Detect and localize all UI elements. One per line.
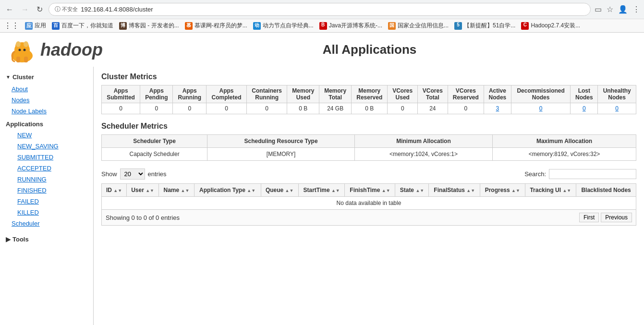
bookmark-apps[interactable]: 应 应用 bbox=[25, 22, 46, 30]
url-text: 192.168.41.4:8088/cluster bbox=[81, 6, 153, 13]
bookmarks-bar: ⋮⋮ 应 应用 百 百度一下，你就知道 博 博客园 - 开发者的... 慕 慕课… bbox=[0, 19, 644, 32]
bookmark-guojia-icon: 国 bbox=[388, 22, 396, 30]
sidebar-item-running[interactable]: RUNNING bbox=[0, 174, 93, 185]
sidebar-killed-link[interactable]: KILLED bbox=[0, 208, 93, 217]
previous-button[interactable]: Previous bbox=[601, 213, 632, 222]
bookmark-baidu-icon: 百 bbox=[52, 22, 60, 30]
col-queue[interactable]: Queue ▲▼ bbox=[261, 184, 298, 197]
sidebar-item-new[interactable]: NEW bbox=[0, 130, 93, 141]
entries-label: entries bbox=[148, 170, 167, 178]
start-sort-icon: ▲▼ bbox=[331, 188, 340, 193]
val-lost-nodes[interactable]: 0 bbox=[571, 103, 598, 114]
sidebar-item-accepted[interactable]: ACCEPTED bbox=[0, 163, 93, 174]
back-button[interactable]: ← bbox=[4, 4, 15, 15]
sidebar-item-scheduler[interactable]: Scheduler bbox=[0, 218, 93, 229]
sidebar-about-link[interactable]: About bbox=[0, 84, 93, 94]
sidebar-item-nodes[interactable]: Nodes bbox=[0, 95, 93, 106]
applications-table: ID ▲▼ User ▲▼ Name ▲▼ Application Type ▲… bbox=[101, 183, 636, 210]
sched-val-resource-type: [MEMORY] bbox=[207, 148, 355, 161]
lost-nodes-link[interactable]: 0 bbox=[583, 105, 586, 112]
sidebar-applications-section: Applications bbox=[0, 119, 93, 130]
browser-toolbar: ← → ↻ ⓘ 不安全 192.168.41.4:8088/cluster ▭ … bbox=[0, 0, 644, 19]
sidebar-new-link[interactable]: NEW bbox=[0, 131, 93, 140]
col-apps-running: AppsRunning bbox=[173, 85, 207, 103]
bookmark-baidu[interactable]: 百 百度一下，你就知道 bbox=[52, 22, 113, 30]
bookmark-51-icon: 5 bbox=[454, 22, 462, 30]
col-tracking-ui[interactable]: Tracking UI ▲▼ bbox=[525, 184, 576, 197]
sidebar-running-link[interactable]: RUNNING bbox=[0, 175, 93, 184]
bookmark-hadoop-label: Hadoop2.7.4安装... bbox=[531, 22, 580, 30]
svg-rect-9 bbox=[24, 57, 28, 62]
entries-select[interactable]: 20 10 50 100 bbox=[120, 169, 145, 180]
sidebar-failed-link[interactable]: FAILED bbox=[0, 197, 93, 206]
val-unhealthy-nodes[interactable]: 0 bbox=[598, 103, 636, 114]
sched-col-resource-type: Scheduling Resource Type bbox=[207, 135, 355, 148]
col-id[interactable]: ID ▲▼ bbox=[102, 184, 127, 197]
address-bar[interactable]: ⓘ 不安全 192.168.41.4:8088/cluster bbox=[49, 3, 591, 16]
menu-icon[interactable]: ⋮ bbox=[632, 5, 640, 14]
decommissioned-nodes-link[interactable]: 0 bbox=[539, 105, 543, 112]
sidebar-cluster[interactable]: ▼ Cluster bbox=[0, 71, 93, 84]
val-active-nodes[interactable]: 3 bbox=[484, 103, 511, 114]
col-state[interactable]: State ▲▼ bbox=[395, 184, 429, 197]
forward-button[interactable]: → bbox=[19, 4, 31, 15]
col-lost-nodes: LostNodes bbox=[571, 85, 598, 103]
user-sort-icon: ▲▼ bbox=[146, 188, 154, 193]
sidebar-item-finished[interactable]: FINISHED bbox=[0, 185, 93, 196]
reload-button[interactable]: ↻ bbox=[35, 4, 45, 15]
bookmark-hadoop-icon: C bbox=[521, 22, 529, 30]
user-icon[interactable]: 👤 bbox=[618, 5, 628, 14]
sidebar-new-saving-link[interactable]: NEW_SAVING bbox=[0, 142, 93, 151]
cluster-arrow-icon: ▼ bbox=[6, 74, 11, 80]
col-finish-time[interactable]: FinishTime ▲▼ bbox=[345, 184, 395, 197]
sidebar-nodes-link[interactable]: Nodes bbox=[0, 96, 93, 105]
show-entries: Show 20 10 50 100 entries bbox=[101, 169, 167, 180]
hadoop-logo-text: hadoop bbox=[40, 40, 103, 60]
search-area: Search: bbox=[524, 169, 636, 179]
sidebar-item-about[interactable]: About bbox=[0, 84, 93, 95]
bookmark-51[interactable]: 5 【新提醒】51自学... bbox=[454, 22, 515, 30]
unhealthy-nodes-link[interactable]: 0 bbox=[615, 105, 619, 112]
sidebar-app-subnav: NEW NEW_SAVING SUBMITTED ACCEPTED RUNNIN… bbox=[0, 130, 93, 218]
finish-sort-icon: ▲▼ bbox=[382, 188, 390, 193]
bookmark-guojia[interactable]: 国 国家企业信用信息... bbox=[388, 22, 449, 30]
page-title-area: All Applications bbox=[103, 42, 636, 57]
col-final-status[interactable]: FinalStatus ▲▼ bbox=[429, 184, 480, 197]
sidebar-item-new-saving[interactable]: NEW_SAVING bbox=[0, 141, 93, 152]
bookmark-mooc[interactable]: 慕 慕课网-程序员的梦... bbox=[185, 22, 247, 30]
bookmark-cnblogs[interactable]: 博 博客园 - 开发者的... bbox=[119, 22, 179, 30]
svg-point-7 bbox=[24, 49, 26, 51]
bookmark-dongli[interactable]: 动 动力节点自学经典... bbox=[253, 22, 314, 30]
bookmark-hadoop[interactable]: C Hadoop2.7.4安装... bbox=[521, 22, 580, 30]
state-sort-icon: ▲▼ bbox=[415, 188, 424, 193]
col-progress[interactable]: Progress ▲▼ bbox=[480, 184, 525, 197]
col-user[interactable]: User ▲▼ bbox=[127, 184, 159, 197]
sidebar-item-failed[interactable]: FAILED bbox=[0, 196, 93, 207]
sidebar-finished-link[interactable]: FINISHED bbox=[0, 186, 93, 195]
val-memory-reserved: 0 B bbox=[352, 103, 388, 114]
sidebar-submitted-link[interactable]: SUBMITTED bbox=[0, 153, 93, 162]
sidebar-scheduler-link[interactable]: Scheduler bbox=[0, 219, 93, 228]
sched-val-max: <memory:8192, vCores:32> bbox=[493, 148, 636, 161]
val-decommissioned-nodes[interactable]: 0 bbox=[511, 103, 570, 114]
apps-grid-icon[interactable]: ⋮⋮ bbox=[4, 21, 19, 30]
col-start-time[interactable]: StartTime ▲▼ bbox=[298, 184, 345, 197]
table-controls: Show 20 10 50 100 entries Search: bbox=[101, 169, 636, 180]
sidebar-item-submitted[interactable]: SUBMITTED bbox=[0, 152, 93, 163]
sidebar-item-killed[interactable]: KILLED bbox=[0, 207, 93, 218]
scheduler-metrics-title: Scheduler Metrics bbox=[101, 122, 636, 131]
sidebar-node-labels-link[interactable]: Node Labels bbox=[0, 107, 93, 116]
active-nodes-link[interactable]: 3 bbox=[496, 105, 499, 112]
sched-val-min: <memory:1024, vCores:1> bbox=[354, 148, 492, 161]
bookmark-java[interactable]: B Java开源博客系统-... bbox=[319, 22, 382, 30]
bookmark-star-icon[interactable]: ☆ bbox=[607, 5, 613, 14]
sidebar-accepted-link[interactable]: ACCEPTED bbox=[0, 164, 93, 173]
col-app-type[interactable]: Application Type ▲▼ bbox=[194, 184, 261, 197]
screen-icon: ▭ bbox=[595, 5, 602, 14]
search-input[interactable] bbox=[549, 169, 636, 179]
col-name[interactable]: Name ▲▼ bbox=[159, 184, 194, 197]
sidebar-tools[interactable]: ▶ Tools bbox=[0, 233, 93, 246]
col-blacklisted[interactable]: Blacklisted Nodes bbox=[576, 184, 636, 197]
first-button[interactable]: First bbox=[579, 213, 599, 222]
sidebar-item-node-labels[interactable]: Node Labels bbox=[0, 106, 93, 117]
